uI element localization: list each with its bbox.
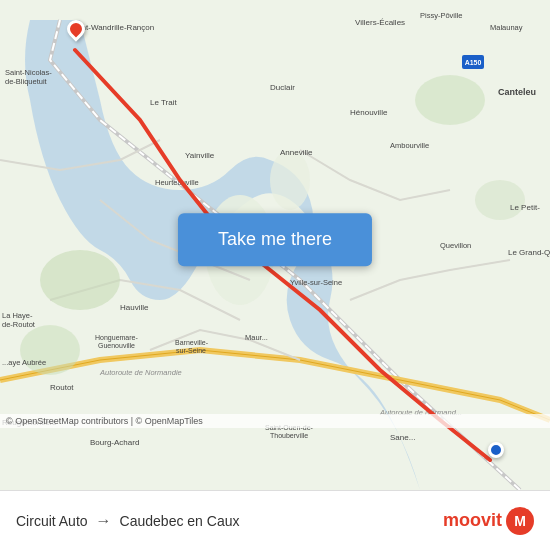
svg-text:Thouberville: Thouberville [270,432,308,439]
svg-text:Routot: Routot [50,383,74,392]
svg-text:...aye Aubrée: ...aye Aubrée [2,358,46,367]
moovit-text: moovit [443,510,502,531]
svg-point-3 [270,150,310,210]
svg-point-7 [475,180,525,220]
button-overlay: Take me there [178,213,372,266]
svg-text:Yainville: Yainville [185,151,215,160]
svg-text:sur-Seine: sur-Seine [176,347,206,354]
to-location: Caudebec en Caux [120,513,240,529]
svg-text:Yville-sur-Seine: Yville-sur-Seine [290,278,342,287]
svg-text:Le Petit-: Le Petit- [510,203,540,212]
svg-text:Canteleu: Canteleu [498,87,536,97]
destination-dot [488,442,504,458]
take-me-there-button[interactable]: Take me there [178,213,372,266]
svg-text:La Haye-: La Haye- [2,311,33,320]
svg-text:Honguemare-: Honguemare- [95,334,138,342]
svg-text:Guenouville: Guenouville [98,342,135,349]
moovit-logo: moovit M [443,507,534,535]
route-info: Circuit Auto → Caudebec en Caux [16,512,443,530]
origin-pin [67,20,85,38]
svg-text:Sane...: Sane... [390,433,415,442]
svg-text:Duclair: Duclair [270,83,295,92]
svg-text:Hénouville: Hénouville [350,108,388,117]
from-location: Circuit Auto [16,513,88,529]
svg-text:Anneville: Anneville [280,148,313,157]
svg-text:Le Grand-Q...: Le Grand-Q... [508,248,550,257]
svg-point-4 [40,250,120,310]
svg-text:Ambourville: Ambourville [390,141,429,150]
svg-text:Hauville: Hauville [120,303,149,312]
svg-text:Maur...: Maur... [245,333,268,342]
svg-text:A150: A150 [465,59,482,66]
svg-point-5 [20,325,80,375]
moovit-icon: M [506,507,534,535]
arrow-icon: → [96,512,112,530]
bottom-bar: Circuit Auto → Caudebec en Caux moovit M [0,490,550,550]
map-container: Saint-Wandrille-Rançon Saint-Nicolas- de… [0,0,550,490]
svg-text:Bourg-Achard: Bourg-Achard [90,438,139,447]
svg-text:Barneville-: Barneville- [175,339,209,346]
svg-text:de-Routot: de-Routot [2,320,36,329]
svg-text:Malaunay: Malaunay [490,23,523,32]
svg-text:Heurteauville: Heurteauville [155,178,199,187]
svg-text:Pissy-Pôville: Pissy-Pôville [420,11,463,20]
svg-text:Villers-Écalles: Villers-Écalles [355,18,405,27]
svg-text:Autoroute de Normandie: Autoroute de Normandie [99,368,182,377]
svg-text:de-Bliquetuit: de-Bliquetuit [5,77,48,86]
svg-text:Saint-Nicolas-: Saint-Nicolas- [5,68,52,77]
svg-text:Le Trait: Le Trait [150,98,177,107]
map-attribution: © OpenStreetMap contributors | © OpenMap… [0,414,550,428]
svg-point-6 [415,75,485,125]
svg-text:Quevillon: Quevillon [440,241,471,250]
